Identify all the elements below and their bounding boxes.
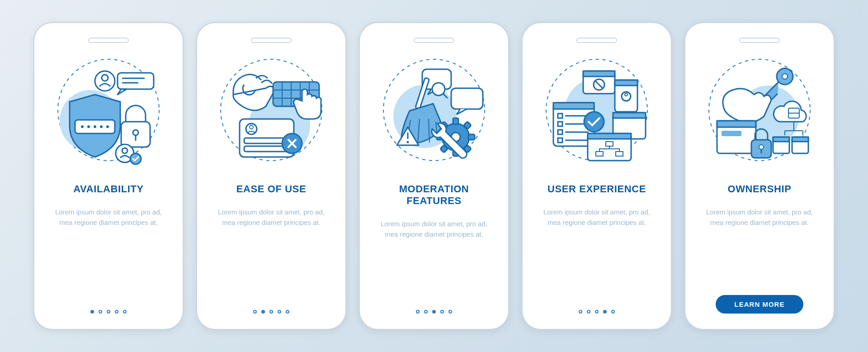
- phone-notch: [251, 38, 292, 43]
- dot-1[interactable]: [253, 310, 257, 314]
- dot-5[interactable]: [448, 310, 452, 314]
- phone-notch: [88, 38, 129, 43]
- phone-ease-of-use: EASE OF USE Lorem ipsum dolor sit amet, …: [196, 22, 346, 330]
- svg-rect-81: [588, 133, 631, 139]
- dot-4[interactable]: [278, 310, 281, 314]
- dot-2[interactable]: [424, 310, 428, 314]
- screen-description: Lorem ipsum dolor sit amet, pro ad, mea …: [50, 207, 167, 228]
- screen-title: USER EXPERIENCE: [547, 183, 646, 195]
- screen-title: AVAILABILITY: [73, 183, 144, 195]
- svg-point-99: [759, 145, 764, 149]
- screen-title: MODERATION FEATURES: [372, 183, 496, 207]
- dot-3[interactable]: [595, 310, 599, 314]
- svg-point-9: [87, 125, 90, 128]
- svg-rect-92: [717, 121, 756, 127]
- dot-4[interactable]: [440, 310, 444, 314]
- page-dots: [90, 310, 127, 314]
- screen-description: Lorem ipsum dolor sit amet, pro ad, mea …: [538, 207, 656, 228]
- svg-rect-2: [118, 73, 154, 89]
- dot-1[interactable]: [90, 310, 94, 314]
- svg-point-88: [782, 74, 788, 79]
- dot-3[interactable]: [432, 310, 436, 314]
- screen-title: EASE OF USE: [236, 183, 307, 195]
- dot-2[interactable]: [261, 310, 265, 314]
- svg-rect-13: [121, 122, 150, 147]
- windows-check-flow-icon: .rect {}: [538, 53, 656, 167]
- dot-5[interactable]: [123, 310, 127, 314]
- svg-point-38: [432, 83, 445, 95]
- screen-description: Lorem ipsum dolor sit amet, pro ad, mea …: [212, 207, 330, 228]
- phone-ownership: OWNERSHIP Lorem ipsum dolor sit amet, pr…: [684, 22, 835, 330]
- svg-rect-97: [792, 137, 808, 142]
- broom-gear-chat-icon: [375, 53, 493, 167]
- shield-lock-user-icon: [50, 53, 167, 167]
- svg-point-12: [106, 125, 109, 128]
- dot-2[interactable]: [99, 310, 102, 314]
- page-dots: [253, 310, 289, 314]
- onboarding-stage: AVAILABILITY Lorem ipsum dolor sit amet,…: [11, 22, 857, 330]
- phone-notch: [576, 38, 617, 43]
- phone-moderation-features: MODERATION FEATURES Lorem ipsum dolor si…: [359, 22, 509, 330]
- dot-3[interactable]: [269, 310, 273, 314]
- svg-point-10: [94, 125, 96, 128]
- svg-rect-68: [553, 103, 594, 109]
- screen-title: OWNERSHIP: [727, 183, 791, 195]
- svg-rect-79: [613, 113, 646, 118]
- svg-rect-95: [773, 137, 789, 142]
- hand-ok-keyboard-icon: [212, 53, 330, 167]
- svg-rect-60: [583, 71, 615, 76]
- svg-rect-51: [468, 134, 475, 140]
- key-hand-cloud-lock-icon: [701, 53, 818, 167]
- dot-4[interactable]: [115, 310, 118, 314]
- phone-user-experience: .rect {} USER EXPERIENCE Lorem ipsum dol…: [522, 22, 672, 330]
- screen-description: Lorem ipsum dolor sit amet, pro ad, mea …: [701, 207, 818, 228]
- dot-5[interactable]: [286, 310, 289, 314]
- svg-rect-64: [615, 80, 637, 86]
- phone-notch: [414, 38, 454, 43]
- phone-availability: AVAILABILITY Lorem ipsum dolor sit amet,…: [33, 22, 184, 330]
- svg-point-77: [584, 112, 604, 132]
- learn-more-button[interactable]: LEARN MORE: [716, 295, 804, 314]
- dot-3[interactable]: [107, 310, 110, 314]
- phone-notch: [739, 38, 780, 43]
- svg-rect-93: [722, 131, 741, 136]
- dot-5[interactable]: [611, 310, 615, 314]
- svg-point-11: [100, 125, 103, 128]
- dot-1[interactable]: [416, 310, 420, 314]
- dot-2[interactable]: [587, 310, 590, 314]
- dot-1[interactable]: [579, 310, 582, 314]
- svg-rect-48: [453, 118, 458, 124]
- page-dots: [416, 310, 452, 314]
- svg-point-46: [407, 141, 409, 143]
- screen-description: Lorem ipsum dolor sit amet, pro ad, mea …: [375, 219, 493, 240]
- dot-4[interactable]: [603, 310, 607, 314]
- svg-rect-37: [451, 88, 483, 109]
- svg-point-8: [81, 125, 84, 128]
- page-dots: [579, 310, 615, 314]
